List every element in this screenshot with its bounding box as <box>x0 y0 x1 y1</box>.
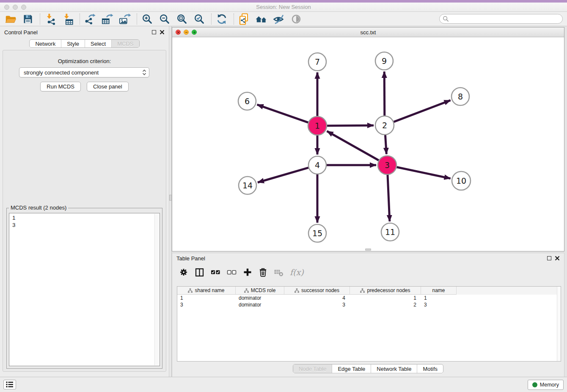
app-title: Session: New Session <box>0 4 567 10</box>
import-table-button[interactable] <box>61 13 74 25</box>
cell-shared-name[interactable]: 3 <box>177 301 236 308</box>
delete-row-button[interactable] <box>259 268 267 277</box>
zoom-fit-icon <box>176 13 188 25</box>
show-columns-icon <box>195 268 204 277</box>
table-tab-network-table[interactable]: Network Table <box>371 364 417 373</box>
cell-MCDS-role[interactable]: dominator <box>236 301 284 308</box>
graph-node-label-7: 7 <box>315 57 320 66</box>
apply-layout-button[interactable] <box>215 13 228 25</box>
search-icon <box>443 16 449 22</box>
new-network-from-selection-button[interactable] <box>238 13 250 25</box>
table-panel-header: Table Panel <box>172 253 564 263</box>
refresh-layout-icon <box>216 13 228 25</box>
table-scrollbar[interactable] <box>557 287 561 361</box>
tab-mcds[interactable]: MCDS <box>111 40 139 47</box>
graph-node-label-11: 11 <box>385 227 395 237</box>
add-row-button[interactable] <box>243 268 252 277</box>
network-canvas[interactable]: 7968124314101511 <box>172 37 564 251</box>
cell-predecessor-nodes[interactable]: 1 <box>350 295 421 301</box>
export-image-button[interactable] <box>118 13 131 25</box>
edge-4-14[interactable] <box>258 168 308 182</box>
open-session-button[interactable] <box>4 13 17 25</box>
select-all-button[interactable] <box>211 268 220 277</box>
network-window: scc.txt 7968124314101511 <box>172 27 564 251</box>
save-session-button[interactable] <box>22 13 34 25</box>
cell-successor-nodes[interactable]: 4 <box>284 295 350 301</box>
cell-predecessor-nodes[interactable]: 2 <box>350 301 421 308</box>
column-header-successor-nodes[interactable]: successor nodes <box>284 287 350 295</box>
mcds-result-text: 1 3 <box>12 214 16 229</box>
zoom-in-button[interactable] <box>141 13 154 25</box>
table-row[interactable]: 1dominator411 <box>177 295 561 301</box>
workspace: Control Panel NetworkStyleSelectMCDS Opt… <box>0 26 567 377</box>
cell-successor-nodes[interactable]: 3 <box>284 301 350 308</box>
table-tabs-row: Node TableEdge TableNetwork TableMotifs <box>172 364 564 373</box>
edge-1-2[interactable] <box>327 125 374 126</box>
table-tab-motifs[interactable]: Motifs <box>417 364 443 373</box>
result-scrollbar[interactable] <box>154 214 159 365</box>
export-table-button[interactable] <box>101 13 114 25</box>
network-resize-grip[interactable] <box>365 248 371 251</box>
column-header-predecessor-nodes[interactable]: predecessor nodes <box>350 287 421 295</box>
mcds-result-area[interactable]: 1 3 <box>9 213 160 366</box>
column-header-name[interactable]: name <box>421 287 457 295</box>
attribute-tree-icon <box>244 288 249 293</box>
close-panel-button[interactable]: Close panel <box>87 82 129 91</box>
zoom-out-button[interactable] <box>158 13 171 25</box>
first-neighbors-button[interactable] <box>255 13 268 25</box>
close-panel-icon[interactable] <box>160 30 165 35</box>
edge-3-1[interactable] <box>327 131 379 160</box>
toolbar-separator <box>40 14 40 25</box>
zoom-in-icon <box>141 13 153 25</box>
show-columns-button[interactable] <box>195 268 204 277</box>
task-history-button[interactable] <box>3 380 16 389</box>
cell-shared-name[interactable]: 1 <box>177 295 236 301</box>
settings-gear-icon <box>179 268 188 277</box>
attribute-tree-icon <box>188 288 193 293</box>
function-builder-button[interactable]: f(x) <box>290 268 304 277</box>
select-all-icon <box>211 268 220 277</box>
edge-2-8[interactable] <box>394 100 451 122</box>
tab-select[interactable]: Select <box>85 40 111 47</box>
edge-2-9[interactable] <box>384 72 385 116</box>
control-panel-tabs: NetworkStyleSelectMCDS <box>29 39 139 48</box>
cell-name[interactable]: 1 <box>421 295 457 301</box>
float-panel-icon[interactable] <box>152 30 156 34</box>
export-network-button[interactable] <box>84 13 96 25</box>
table-header-row: shared nameMCDS rolesuccessor nodesprede… <box>177 287 561 295</box>
cell-MCDS-role[interactable]: dominator <box>236 295 284 301</box>
zoom-selected-button[interactable] <box>193 13 206 25</box>
deselect-all-button[interactable] <box>227 268 237 277</box>
memory-button[interactable]: Memory <box>528 380 564 390</box>
graph-node-label-10: 10 <box>456 176 466 185</box>
graph-node-label-3: 3 <box>385 160 390 170</box>
tab-style[interactable]: Style <box>61 40 85 47</box>
criterion-value: strongly connected component <box>24 69 99 76</box>
table-tab-node-table[interactable]: Node Table <box>293 364 332 373</box>
edge-3-11[interactable] <box>388 175 390 221</box>
edge-2-3[interactable] <box>385 135 387 154</box>
memory-status-dot <box>532 382 537 387</box>
float-table-panel-icon[interactable] <box>547 256 551 260</box>
table-row[interactable]: 3dominator323 <box>177 301 561 308</box>
table-tab-edge-table[interactable]: Edge Table <box>332 364 371 373</box>
run-mcds-button[interactable]: Run MCDS <box>40 82 81 91</box>
criterion-dropdown[interactable]: strongly connected component <box>19 67 149 77</box>
hide-selected-button[interactable] <box>272 13 285 25</box>
graph-node-label-8: 8 <box>458 92 463 101</box>
zoom-fit-button[interactable] <box>176 13 188 25</box>
search-input[interactable] <box>439 14 563 24</box>
show-all-button[interactable] <box>290 13 303 25</box>
delete-table-button[interactable] <box>274 268 284 277</box>
edge-1-6[interactable] <box>257 105 308 122</box>
tab-network[interactable]: Network <box>30 40 61 47</box>
table-settings-button[interactable] <box>179 268 188 277</box>
column-header-MCDS-role[interactable]: MCDS role <box>236 287 284 295</box>
cell-name[interactable]: 3 <box>421 301 457 308</box>
close-table-panel-icon[interactable] <box>555 256 560 261</box>
mcds-result-title: MCDS result (2 nodes) <box>9 204 68 211</box>
graph-node-label-1: 1 <box>315 121 320 130</box>
import-network-button[interactable] <box>44 13 57 25</box>
edge-3-10[interactable] <box>397 167 451 179</box>
column-header-shared-name[interactable]: shared name <box>177 287 236 295</box>
